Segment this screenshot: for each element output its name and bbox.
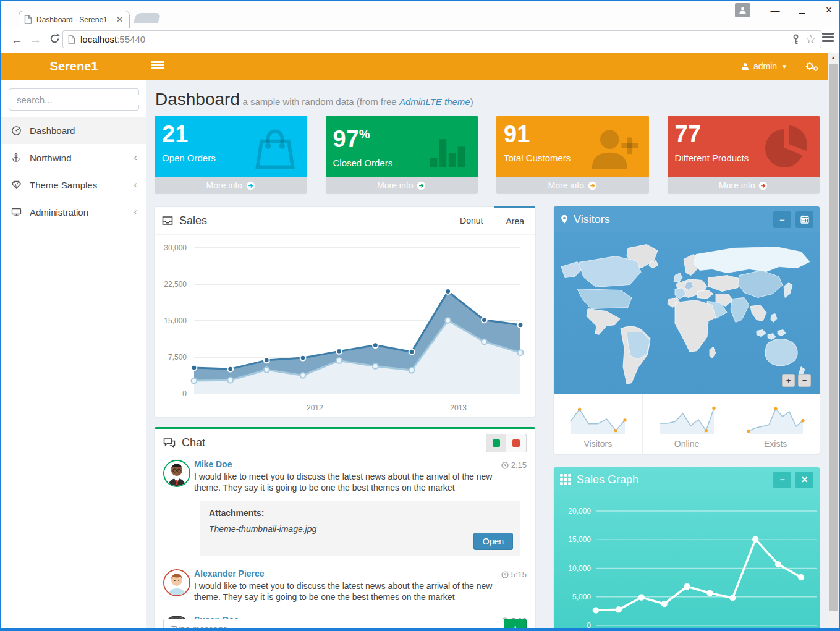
chart-point bbox=[373, 342, 378, 348]
bookmark-star-icon[interactable]: ☆ bbox=[805, 32, 816, 46]
sales-graph-title: Sales Graph bbox=[577, 473, 638, 486]
browser-tab[interactable]: Dashboard - Serene1 ✕ bbox=[19, 11, 130, 28]
chart-point bbox=[482, 339, 487, 345]
open-attachment-button[interactable]: Open bbox=[473, 533, 513, 550]
clock-icon bbox=[501, 462, 509, 469]
svg-text:15,000: 15,000 bbox=[568, 535, 591, 544]
comments-icon bbox=[163, 438, 176, 448]
tab-donut[interactable]: Donut bbox=[449, 207, 494, 235]
page-scrollbar[interactable]: ▲ bbox=[828, 53, 839, 628]
sidebar-item-northwind[interactable]: Northwind ‹ bbox=[1, 144, 146, 171]
chat-online-button[interactable] bbox=[486, 434, 506, 452]
page-subtitle: a sample with random data (from free bbox=[242, 96, 399, 107]
browser-profile-button[interactable] bbox=[735, 3, 750, 17]
spark-spot bbox=[801, 419, 804, 422]
anchor-icon bbox=[10, 153, 22, 163]
minimize-button[interactable]: — bbox=[770, 5, 780, 15]
svg-text:7,500: 7,500 bbox=[168, 353, 187, 362]
chat-message-input[interactable] bbox=[163, 619, 504, 628]
tab-close-icon[interactable]: ✕ bbox=[115, 15, 124, 24]
forward-button[interactable]: → bbox=[30, 32, 41, 48]
info-box-value: 21 bbox=[162, 121, 188, 147]
more-info-link[interactable]: More info bbox=[496, 177, 649, 193]
shopping-bag-icon bbox=[252, 123, 299, 171]
calendar-button[interactable] bbox=[795, 211, 813, 228]
adminlte-theme-link[interactable]: AdminLTE theme bbox=[399, 96, 470, 107]
page-header: Dashboard a sample with random data (fro… bbox=[155, 90, 473, 109]
spark-spot bbox=[774, 407, 777, 410]
chat-status-toggle bbox=[486, 434, 527, 452]
visitors-panel: Visitors − bbox=[554, 206, 820, 454]
close-button[interactable]: × bbox=[824, 4, 834, 17]
more-info-link[interactable]: More info bbox=[155, 177, 307, 193]
chat-busy-button[interactable] bbox=[506, 434, 527, 452]
chart-point bbox=[518, 350, 524, 355]
sparkline-label: Online bbox=[674, 439, 699, 449]
settings-gears-icon[interactable] bbox=[805, 61, 818, 72]
person-icon bbox=[739, 6, 747, 14]
chart-point bbox=[798, 574, 804, 580]
new-tab-button[interactable] bbox=[133, 13, 161, 23]
scroll-up-arrow[interactable]: ▲ bbox=[828, 53, 839, 62]
url-bar[interactable]: localhost:55440 ☆ bbox=[62, 30, 821, 48]
url-host: localhost bbox=[80, 34, 117, 44]
more-info-label: More info bbox=[548, 180, 584, 190]
maximize-button[interactable] bbox=[799, 7, 805, 14]
app-viewport: Serene1 admin ▼ bbox=[1, 53, 839, 628]
message-time-value: 2:15 bbox=[511, 460, 527, 470]
tab-area[interactable]: Area bbox=[494, 206, 535, 235]
more-info-link[interactable]: More info bbox=[668, 177, 820, 193]
message-author[interactable]: Mike Doe bbox=[194, 459, 527, 469]
chart-point bbox=[227, 378, 233, 383]
sidebar-item-administration[interactable]: Administration ‹ bbox=[1, 198, 146, 226]
map-zoom-in-button[interactable]: + bbox=[782, 374, 795, 387]
more-info-link[interactable]: More info bbox=[326, 177, 478, 193]
spark-spot bbox=[578, 408, 581, 411]
tab-title: Dashboard - Serene1 bbox=[36, 15, 111, 24]
sales-area-chart: 30,00022,50015,0007,500020122013 bbox=[155, 235, 535, 417]
calendar-icon bbox=[800, 215, 809, 224]
sparkline-online bbox=[657, 403, 716, 438]
message-author[interactable]: Alexander Pierce bbox=[194, 569, 527, 578]
chart-point bbox=[775, 561, 781, 567]
key-icon[interactable] bbox=[791, 34, 800, 44]
world-map-svg bbox=[554, 232, 820, 394]
sidebar-item-theme-samples[interactable]: Theme Samples ‹ bbox=[1, 171, 146, 198]
map-zoom-out-button[interactable]: − bbox=[798, 374, 811, 387]
sidebar-search[interactable] bbox=[9, 88, 139, 111]
svg-text:22,500: 22,500 bbox=[164, 280, 187, 289]
attachment-filename: Theme-thumbnail-image.jpg bbox=[209, 524, 512, 534]
world-map[interactable]: + − bbox=[554, 232, 820, 394]
chart-point bbox=[336, 358, 342, 363]
svg-text:15,000: 15,000 bbox=[164, 316, 187, 325]
chart-point bbox=[264, 367, 269, 373]
send-message-button[interactable]: + bbox=[504, 619, 527, 628]
pie-chart-icon bbox=[762, 122, 811, 171]
close-panel-button[interactable]: ✕ bbox=[795, 472, 813, 488]
page-title: Dashboard bbox=[155, 90, 240, 109]
back-button[interactable]: ← bbox=[11, 32, 23, 48]
sales-panel-title: Sales bbox=[179, 214, 207, 227]
message-text: I would like to meet you to discuss the … bbox=[194, 471, 519, 493]
sidebar-item-dashboard[interactable]: Dashboard bbox=[1, 117, 146, 144]
collapse-panel-button[interactable]: − bbox=[773, 211, 791, 228]
inbox-icon bbox=[162, 216, 173, 226]
chart-point bbox=[192, 378, 197, 384]
brand-logo[interactable]: Serene1 bbox=[1, 53, 146, 80]
reload-button[interactable] bbox=[48, 32, 61, 45]
app-navbar: Serene1 admin ▼ bbox=[1, 53, 828, 80]
collapse-panel-button[interactable]: − bbox=[773, 472, 791, 488]
svg-text:2012: 2012 bbox=[307, 404, 323, 412]
user-menu[interactable]: admin ▼ bbox=[741, 61, 787, 71]
scrollbar-thumb[interactable] bbox=[829, 64, 838, 611]
diamond-icon bbox=[10, 180, 22, 190]
search-input[interactable] bbox=[17, 95, 140, 105]
browser-menu-button[interactable] bbox=[822, 33, 834, 44]
chart-point bbox=[336, 349, 342, 354]
tachometer-icon bbox=[10, 125, 22, 135]
info-box-total-customers: 91 Total Customers More info bbox=[496, 116, 649, 193]
chart-point bbox=[409, 368, 415, 373]
info-box-open-orders: 21 Open Orders More info bbox=[155, 116, 307, 193]
sidebar-toggle-icon[interactable] bbox=[151, 61, 164, 70]
chart-point bbox=[192, 365, 197, 371]
